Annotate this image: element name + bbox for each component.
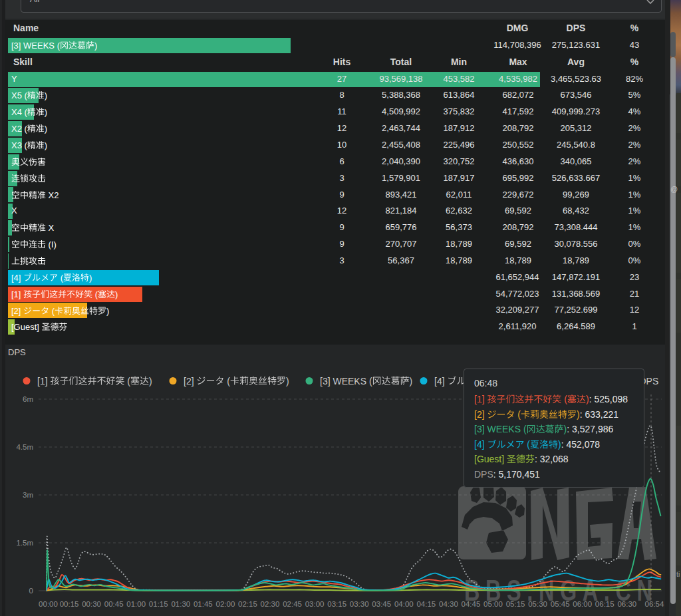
svg-text:04:00: 04:00 bbox=[394, 600, 414, 608]
svg-text:6m: 6m bbox=[23, 395, 33, 403]
svg-text:02:45: 02:45 bbox=[283, 600, 302, 608]
svg-text:03:30: 03:30 bbox=[350, 600, 369, 608]
svg-text:[1]: [1] bbox=[474, 394, 485, 404]
svg-text:: 5,170,451: : 5,170,451 bbox=[493, 469, 540, 480]
svg-text:00:00: 00:00 bbox=[39, 600, 58, 608]
svg-text:00:15: 00:15 bbox=[60, 600, 79, 608]
svg-text:02:00: 02:00 bbox=[216, 600, 235, 608]
svg-text:03:15: 03:15 bbox=[327, 600, 346, 608]
svg-text:[4]: [4] bbox=[474, 439, 485, 450]
svg-text:00:45: 00:45 bbox=[104, 600, 124, 608]
svg-text:06:48: 06:48 bbox=[474, 378, 497, 388]
svg-text:03:00: 03:00 bbox=[305, 600, 325, 608]
svg-text:: 3,527,986: : 3,527,986 bbox=[567, 424, 613, 434]
svg-text:02:15: 02:15 bbox=[238, 600, 257, 608]
svg-text:: 452,078: : 452,078 bbox=[561, 439, 601, 450]
svg-text:: 633,221: : 633,221 bbox=[580, 409, 619, 420]
svg-text:01:45: 01:45 bbox=[194, 600, 213, 608]
svg-text:4.5m: 4.5m bbox=[16, 443, 33, 451]
svg-text:[2]: [2] bbox=[474, 409, 485, 420]
svg-text:1.5m: 1.5m bbox=[16, 539, 33, 547]
svg-text:(: ( bbox=[527, 439, 530, 450]
svg-text:01:15: 01:15 bbox=[149, 600, 168, 608]
svg-text:DPS: DPS bbox=[474, 469, 493, 480]
svg-text:04:30: 04:30 bbox=[439, 600, 458, 608]
svg-text:01:30: 01:30 bbox=[171, 600, 190, 608]
svg-text:[Guest]: [Guest] bbox=[474, 454, 504, 464]
svg-text:0: 0 bbox=[29, 587, 33, 595]
svg-text:01:00: 01:00 bbox=[126, 600, 146, 608]
svg-text:03:45: 03:45 bbox=[372, 600, 391, 608]
svg-text:: 32,068: : 32,068 bbox=[535, 454, 569, 464]
svg-text:3m: 3m bbox=[23, 491, 33, 499]
svg-text:: 525,098: : 525,098 bbox=[589, 394, 628, 404]
svg-text:(: ( bbox=[564, 394, 567, 404]
svg-text:(: ( bbox=[517, 409, 521, 420]
svg-text:02:30: 02:30 bbox=[261, 600, 280, 608]
svg-text:04:15: 04:15 bbox=[416, 600, 436, 608]
svg-text:[3] WEEKS (: [3] WEEKS ( bbox=[474, 424, 527, 434]
svg-text:00:30: 00:30 bbox=[82, 600, 101, 608]
